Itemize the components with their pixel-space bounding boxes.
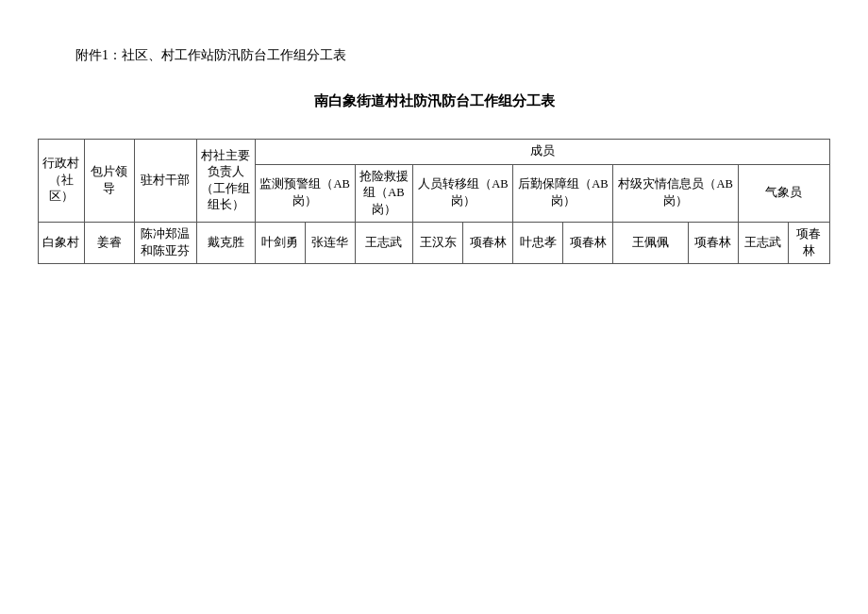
cell-main-person: 戴克胜 <box>196 223 255 264</box>
col4-header: 村社主要负责人（工作组组长） <box>196 140 255 223</box>
col2-header: 包片领导 <box>84 140 134 223</box>
col9-header: 村级灾情信息员（AB岗） <box>613 164 738 223</box>
members-header: 成员 <box>255 140 829 165</box>
cell-weather-b: 项春林 <box>788 223 829 264</box>
cell-rescue: 王志武 <box>355 223 413 264</box>
cell-transfer-b: 项春林 <box>463 223 513 264</box>
work-table: 行政村（社区） 包片领导 驻村干部 村社主要负责人（工作组组长） 成员 监测预警… <box>38 139 830 264</box>
main-table-wrapper: 行政村（社区） 包片领导 驻村干部 村社主要负责人（工作组组长） 成员 监测预警… <box>38 139 830 264</box>
cell-logistics-b: 项春林 <box>563 223 613 264</box>
cell-transfer-a: 王汉东 <box>413 223 463 264</box>
cell-weather-a: 王志武 <box>738 223 788 264</box>
cell-resident-cadre: 陈冲郑温和陈亚芬 <box>134 223 196 264</box>
subtitle: 南白象街道村社防汛防台工作组分工表 <box>38 92 830 110</box>
col7-header: 人员转移组（AB岗） <box>413 164 513 223</box>
col6-header: 抢险救援组（AB岗） <box>355 164 413 223</box>
col5-header: 监测预警组（AB岗） <box>255 164 355 223</box>
cell-monitor-a: 叶剑勇 <box>255 223 305 264</box>
cell-info-a: 王佩佩 <box>613 223 688 264</box>
col10-header: 气象员 <box>738 164 829 223</box>
cell-logistics-a: 叶忠孝 <box>513 223 563 264</box>
cell-info-b: 项春林 <box>688 223 738 264</box>
col8-header: 后勤保障组（AB岗） <box>513 164 613 223</box>
title: 附件1：社区、村工作站防汛防台工作组分工表 <box>75 47 830 64</box>
col3-header: 驻村干部 <box>134 140 196 223</box>
cell-monitor-b: 张连华 <box>305 223 355 264</box>
table-row: 白象村 姜睿 陈冲郑温和陈亚芬 戴克胜 叶剑勇 张连华 王志武 王汉东 项春林 … <box>39 223 830 264</box>
table-header-row1: 行政村（社区） 包片领导 驻村干部 村社主要负责人（工作组组长） 成员 <box>39 140 830 165</box>
col1-header: 行政村（社区） <box>39 140 85 223</box>
cell-leader: 姜睿 <box>84 223 134 264</box>
cell-village: 白象村 <box>39 223 85 264</box>
